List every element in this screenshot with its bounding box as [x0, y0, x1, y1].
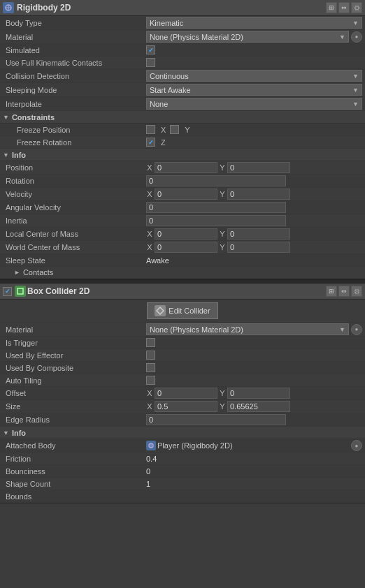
world-com-row: World Center of Mass X Y: [0, 241, 365, 254]
velocity-x-input[interactable]: [155, 189, 217, 200]
freeze-position-value: X Y: [146, 125, 362, 134]
auto-tiling-checkbox[interactable]: [146, 376, 155, 385]
sleeping-mode-dropdown[interactable]: Start Awake ▼: [146, 84, 362, 96]
freeze-rotation-z-checkbox[interactable]: [146, 138, 155, 147]
contacts-row[interactable]: ► Contacts: [0, 267, 365, 279]
velocity-value: X Y: [146, 189, 362, 200]
info-section[interactable]: ▼ Info: [0, 149, 365, 161]
material-dropdown[interactable]: None (Physics Material 2D) ▼: [146, 31, 349, 43]
bc-material-dropdown[interactable]: None (Physics Material 2D) ▼: [146, 323, 349, 335]
rigidbody-gear-icon[interactable]: ⚙: [351, 2, 362, 13]
world-com-y-label: Y: [219, 243, 226, 251]
shape-count-text: 1: [146, 480, 150, 488]
is-trigger-row: Is Trigger: [0, 337, 365, 349]
material-arrow: ▼: [339, 34, 345, 41]
position-xy: X Y: [146, 162, 290, 173]
shape-count-value: 1: [146, 480, 362, 488]
rigidbody-header-icons: ⊞ ⇔ ⚙: [326, 2, 362, 13]
edit-collider-button[interactable]: Edit Collider: [147, 302, 217, 319]
velocity-xy: X Y: [146, 189, 290, 200]
simulated-checkbox[interactable]: [146, 45, 155, 54]
collision-detection-dropdown[interactable]: Continuous ▼: [146, 70, 362, 82]
is-trigger-label: Is Trigger: [3, 339, 146, 347]
box-collider-header-left: Box Collider 2D: [3, 286, 90, 297]
angular-velocity-input[interactable]: [146, 202, 286, 213]
position-y-label: Y: [219, 163, 226, 172]
freeze-position-y-checkbox[interactable]: [170, 125, 179, 134]
body-type-dropdown[interactable]: Kinematic ▼: [146, 17, 362, 29]
collision-detection-row: Collision Detection Continuous ▼: [0, 69, 365, 83]
world-com-y-input[interactable]: [227, 242, 290, 253]
offset-y-input[interactable]: [227, 388, 290, 399]
size-label: Size: [3, 402, 146, 411]
box-collider-gear-icon[interactable]: ⚙: [351, 286, 362, 297]
position-y-input[interactable]: [227, 162, 290, 173]
local-com-x-input[interactable]: [155, 228, 217, 240]
size-y-input[interactable]: [227, 401, 290, 412]
body-type-value: Kinematic ▼: [146, 17, 362, 29]
auto-tiling-label: Auto Tiling: [3, 376, 146, 385]
auto-tiling-row: Auto Tiling: [0, 374, 365, 387]
constraints-label: Constraints: [12, 113, 55, 122]
freeze-rotation-z-label: Z: [161, 138, 166, 147]
offset-x-input[interactable]: [155, 388, 217, 399]
simulated-value: [146, 45, 362, 54]
edit-collider-label: Edit Collider: [169, 307, 210, 315]
edge-radius-input[interactable]: [146, 414, 286, 425]
bc-info-section[interactable]: ▼ Info: [0, 427, 365, 439]
rigidbody-title: Rigidbody 2D: [17, 3, 71, 13]
sleep-state-row: Sleep State Awake: [0, 254, 365, 267]
contacts-label: Contacts: [23, 268, 53, 277]
position-x-input[interactable]: [155, 162, 217, 173]
velocity-y-input[interactable]: [227, 189, 290, 200]
body-type-label: Body Type: [3, 19, 146, 27]
rotation-row: Rotation: [0, 175, 365, 188]
rigidbody-settings-icon[interactable]: ⊞: [326, 2, 337, 13]
offset-label: Offset: [3, 389, 146, 397]
inertia-label: Inertia: [3, 216, 146, 225]
sleep-state-text: Awake: [146, 256, 169, 265]
box-collider-expand-icon[interactable]: ⇔: [338, 286, 350, 297]
material-value: None (Physics Material 2D) ▼ ●: [146, 31, 362, 43]
size-x-input[interactable]: [155, 401, 217, 412]
constraints-section[interactable]: ▼ Constraints: [0, 111, 365, 124]
freeze-rotation-row: Freeze Rotation Z: [0, 136, 365, 149]
world-com-xy: X Y: [146, 242, 290, 253]
inertia-input[interactable]: [146, 215, 286, 226]
size-xy: X Y: [146, 401, 290, 412]
rotation-input[interactable]: [146, 175, 286, 186]
rigidbody-expand-icon[interactable]: ⇔: [338, 2, 350, 13]
world-com-x-input[interactable]: [155, 242, 217, 253]
sleep-state-label: Sleep State: [3, 256, 146, 265]
kinematic-contacts-checkbox[interactable]: [146, 58, 155, 67]
constraints-arrow: ▼: [3, 114, 9, 121]
interpolate-dropdown[interactable]: None ▼: [146, 98, 362, 110]
material-picker-icon[interactable]: ●: [351, 31, 362, 43]
bc-material-picker-icon[interactable]: ●: [351, 324, 362, 335]
freeze-position-x-label: X: [161, 126, 166, 134]
box-collider-enabled-checkbox[interactable]: [3, 287, 12, 296]
box-collider-settings-icon[interactable]: ⊞: [326, 286, 337, 297]
edge-radius-label: Edge Radius: [3, 416, 146, 424]
freeze-position-x-checkbox[interactable]: [146, 125, 155, 134]
inertia-row: Inertia: [0, 214, 365, 228]
box-collider-icon: [15, 286, 26, 297]
used-by-composite-row: Used By Composite: [0, 362, 365, 374]
local-com-y-input[interactable]: [227, 228, 290, 240]
attached-body-picker[interactable]: ●: [351, 440, 362, 451]
bounds-row: Bounds: [0, 490, 365, 503]
offset-value: X Y: [146, 388, 362, 399]
used-by-composite-checkbox[interactable]: [146, 363, 155, 372]
interpolate-arrow: ▼: [352, 101, 359, 108]
material-row: Material None (Physics Material 2D) ▼ ●: [0, 30, 365, 44]
sleeping-mode-value: Start Awake ▼: [146, 84, 362, 96]
is-trigger-checkbox[interactable]: [146, 338, 155, 347]
used-by-effector-value: [146, 351, 362, 360]
local-com-y-label: Y: [219, 230, 226, 238]
kinematic-contacts-row: Use Full Kinematic Contacts: [0, 57, 365, 69]
used-by-effector-checkbox[interactable]: [146, 351, 155, 360]
position-value: X Y: [146, 162, 362, 173]
kinematic-contacts-value: [146, 58, 362, 67]
size-x-label: X: [146, 402, 153, 411]
world-com-x-label: X: [146, 243, 153, 251]
